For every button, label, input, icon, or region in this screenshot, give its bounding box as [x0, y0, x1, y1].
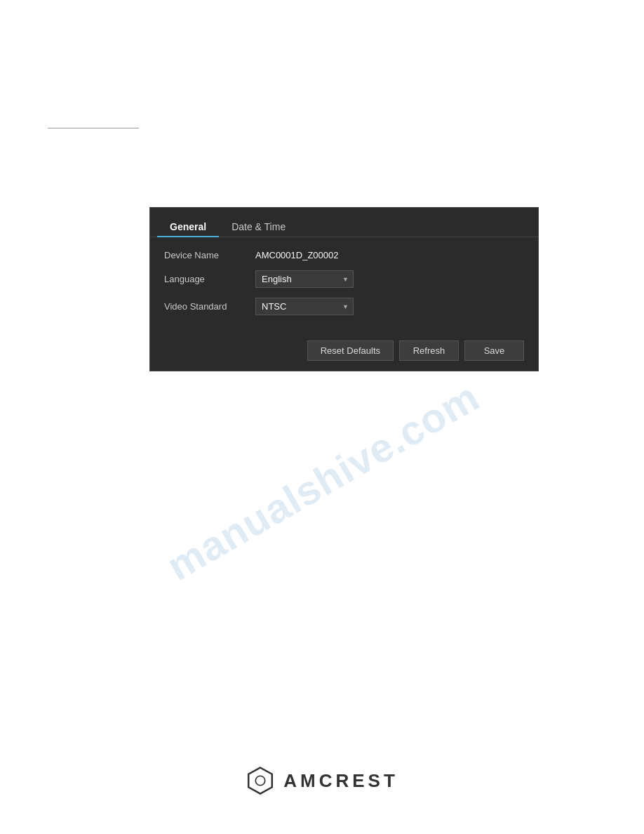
- save-button[interactable]: Save: [464, 340, 524, 361]
- tab-datetime[interactable]: Date & Time: [219, 216, 298, 237]
- amcrest-logo-text: AMCREST: [283, 770, 398, 792]
- tab-general[interactable]: General: [157, 216, 219, 237]
- form-area: Device Name AMC0001D_Z00002 Language Eng…: [150, 237, 538, 335]
- video-standard-select[interactable]: NTSC PAL: [255, 298, 354, 315]
- device-name-value: AMC0001D_Z00002: [255, 250, 339, 260]
- svg-marker-0: [248, 768, 272, 794]
- amcrest-logo-icon: [246, 766, 275, 795]
- page: General Date & Time Device Name AMC0001D…: [0, 0, 644, 834]
- video-standard-label: Video Standard: [164, 301, 255, 312]
- language-select[interactable]: English Chinese Spanish: [255, 270, 354, 288]
- svg-point-1: [255, 776, 264, 785]
- logo-area: AMCREST: [0, 766, 644, 795]
- refresh-button[interactable]: Refresh: [399, 340, 459, 361]
- language-row: Language English Chinese Spanish: [164, 270, 524, 288]
- top-divider: [48, 128, 139, 128]
- video-standard-row: Video Standard NTSC PAL: [164, 298, 524, 315]
- tab-bar: General Date & Time: [150, 208, 538, 237]
- button-row: Reset Defaults Refresh Save: [150, 335, 538, 371]
- reset-defaults-button[interactable]: Reset Defaults: [307, 340, 394, 361]
- language-label: Language: [164, 274, 255, 284]
- settings-panel: General Date & Time Device Name AMC0001D…: [149, 207, 539, 371]
- device-name-label: Device Name: [164, 250, 255, 260]
- language-select-wrapper: English Chinese Spanish: [255, 270, 354, 288]
- video-standard-select-wrapper: NTSC PAL: [255, 298, 354, 315]
- device-name-row: Device Name AMC0001D_Z00002: [164, 250, 524, 260]
